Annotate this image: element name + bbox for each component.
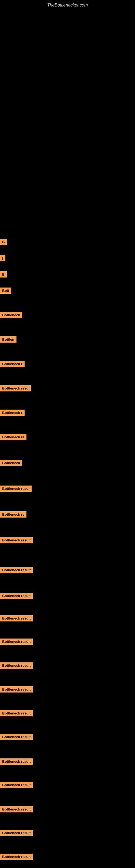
bottleneck-result-label: Bottleneck re <box>0 511 27 518</box>
bottleneck-result-label: Bottleneck result <box>0 537 33 543</box>
bottleneck-result-label: Bottleneck re <box>0 434 27 440</box>
bottleneck-result-label: Bottleneck <box>0 460 22 466</box>
bottleneck-result-label: Bottleneck resul <box>0 486 32 492</box>
bottleneck-result-label: Bottleneck result <box>0 782 33 788</box>
bottleneck-result-label: Bottleneck result <box>0 686 33 692</box>
bottleneck-result-label: Bottleneck resu <box>0 385 31 392</box>
bottleneck-result-label: B <box>0 239 7 245</box>
site-title: TheBottlenecker.com <box>0 0 135 8</box>
bottleneck-result-label: Bottleneck result <box>0 615 33 621</box>
bottleneck-result-label: Bottlen <box>0 336 16 343</box>
bottleneck-result-label: Bottleneck result <box>0 567 33 573</box>
bottleneck-result-label: Bott <box>0 287 11 294</box>
bottleneck-result-label: Bottleneck <box>0 312 22 318</box>
bottleneck-result-label: Bottleneck result <box>0 593 33 599</box>
bottleneck-result-label: Bottleneck result <box>0 806 33 812</box>
bottleneck-result-label: [ <box>0 255 5 261</box>
bottleneck-result-label: Bottleneck r <box>0 361 25 367</box>
bottleneck-result-label: Bottleneck result <box>0 758 33 765</box>
bottleneck-result-label: Bottleneck result <box>0 710 33 716</box>
bottleneck-result-label: Bottleneck result <box>0 639 33 645</box>
bottleneck-result-label: Bottleneck result <box>0 662 33 669</box>
bottleneck-result-label: Bottleneck result <box>0 734 33 740</box>
bottleneck-result-label: Bottleneck r <box>0 410 25 416</box>
bottleneck-result-label: E <box>0 271 7 278</box>
bottleneck-result-label: Bottleneck result <box>0 830 33 836</box>
bottleneck-result-label: Bottleneck result <box>0 854 33 860</box>
